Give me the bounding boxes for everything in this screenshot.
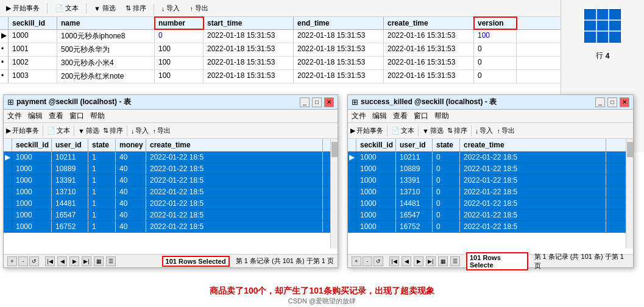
- toolbar-btn-import[interactable]: ↓ 导入: [159, 2, 183, 14]
- cell-create-time: 2022-01-22 18:5: [146, 163, 323, 174]
- menu-help[interactable]: 帮助: [434, 111, 449, 121]
- row-indicator: [348, 221, 356, 232]
- menu-file[interactable]: 文件: [7, 111, 22, 121]
- cell-user-id: 13391: [52, 175, 88, 186]
- cell-state: 1: [88, 152, 116, 163]
- sub-btn-text[interactable]: 📄 文本: [391, 126, 414, 135]
- nav-remove-button[interactable]: -: [363, 256, 372, 266]
- nav-add-button[interactable]: +: [352, 256, 361, 266]
- payment-menubar: 文件 编辑 查看 窗口 帮助: [4, 110, 338, 123]
- cell-user-id: 16547: [396, 210, 433, 221]
- cell-version: 100: [474, 30, 517, 43]
- menu-help[interactable]: 帮助: [90, 111, 105, 121]
- cell-number: 100: [155, 57, 203, 69]
- nav-grid-view-button[interactable]: ▦: [438, 256, 448, 266]
- nav-grid-view-button[interactable]: ▦: [94, 256, 104, 266]
- success-table: seckill_id user_id state create_time ▶ 1…: [348, 139, 626, 249]
- sub-btn-sort[interactable]: ⇅ 排序: [103, 126, 123, 135]
- cell-money: 40: [116, 210, 146, 221]
- ph-col-create-time: create_time: [146, 139, 323, 151]
- payment-window: ⊞ payment @seckill (localhost) - 表 _ □ ✕…: [3, 94, 338, 268]
- cell-seckill-id: 1000: [356, 186, 396, 197]
- menu-view[interactable]: 查看: [49, 111, 63, 121]
- toolbar-btn-sort[interactable]: ⇅ 排序: [123, 2, 149, 14]
- nav-last-button[interactable]: ▶|: [82, 256, 91, 266]
- nav-first-button[interactable]: |◀: [389, 256, 399, 266]
- nav-list-view-button[interactable]: ☰: [450, 256, 460, 266]
- nav-refresh-button[interactable]: ↺: [373, 256, 383, 266]
- success-table-header: seckill_id user_id state create_time: [348, 139, 626, 152]
- payment-toolbar: ▶ 开始事务 📄 文本 ▼ 筛选 ⇅ 排序 ↓ 导入 ↑: [4, 123, 338, 139]
- row-indicator: [348, 186, 356, 197]
- nav-refresh-button[interactable]: ↺: [29, 256, 39, 266]
- close-button[interactable]: ✕: [620, 97, 629, 107]
- main-table: seckill_id name number start_time end_ti…: [0, 17, 561, 83]
- toolbar-btn-export[interactable]: ↑ 导出: [187, 2, 211, 14]
- bottom-annotation: 商品卖了100个，却产生了101条购买记录，出现了超卖现象 CSDN @爱眺望的…: [0, 286, 644, 306]
- cell-user-id: 16752: [396, 221, 433, 232]
- menu-window[interactable]: 窗口: [69, 111, 84, 121]
- maximize-button[interactable]: □: [607, 97, 617, 107]
- toolbar-btn-text[interactable]: 📄 文本: [52, 2, 81, 14]
- sub-text-icon: 📄: [391, 127, 400, 135]
- sub-btn-filter[interactable]: ▼ 筛选: [78, 126, 99, 135]
- sub-filter-icon: ▼: [78, 127, 85, 135]
- menu-edit[interactable]: 编辑: [372, 111, 387, 121]
- table-row: • 1001 500元秒杀华为 100 2022-01-18 15:31:53 …: [0, 43, 561, 57]
- nav-next-button[interactable]: ▶: [414, 256, 423, 266]
- nav-last-button[interactable]: ▶|: [426, 256, 436, 266]
- table-icon: ⊞: [352, 97, 358, 107]
- payment-titlebar: ⊞ payment @seckill (localhost) - 表 _ □ ✕: [4, 95, 338, 110]
- sub-btn-start[interactable]: ▶ 开始事务: [350, 126, 383, 135]
- cell-state: 1: [88, 163, 116, 174]
- nav-prev-button[interactable]: ◀: [57, 256, 67, 266]
- nav-first-button[interactable]: |◀: [45, 256, 55, 266]
- main-table-body: ▶ 1000 1000元秒杀iphone8 0 2022-01-18 15:31…: [0, 30, 561, 83]
- toolbar-btn-filter[interactable]: ▼ 筛选: [91, 2, 118, 14]
- cell-seckill-id: 1000: [356, 198, 396, 209]
- sub-btn-export[interactable]: ↑ 导出: [497, 126, 515, 135]
- nav-list-view-button[interactable]: ☰: [106, 256, 116, 266]
- cell-name: 500元秒杀华为: [57, 43, 155, 56]
- menu-file[interactable]: 文件: [352, 111, 366, 121]
- nav-next-button[interactable]: ▶: [69, 256, 79, 266]
- minimize-button[interactable]: _: [595, 97, 605, 107]
- sub-btn-import[interactable]: ↓ 导入: [475, 126, 494, 135]
- nav-add-button[interactable]: +: [7, 256, 17, 266]
- close-button[interactable]: ✕: [324, 97, 334, 107]
- nav-remove-button[interactable]: -: [18, 256, 28, 266]
- col-number: number: [155, 17, 203, 29]
- cell-end-time: 2022-01-18 15:31:53: [294, 70, 384, 83]
- scrollbar-v[interactable]: [330, 139, 338, 249]
- sub-btn-filter[interactable]: ▼ 筛选: [422, 126, 444, 135]
- toolbar-btn-start-transaction[interactable]: ▶ 开始事务: [4, 2, 42, 14]
- nav-prev-button[interactable]: ◀: [402, 256, 411, 266]
- sort-icon: ⇅: [126, 4, 131, 12]
- menu-view[interactable]: 查看: [393, 111, 408, 121]
- cell-create-time: 2022-01-16 15:31:53: [384, 57, 474, 69]
- cell-start-time: 2022-01-18 15:31:53: [203, 43, 294, 56]
- svg-rect-0: [584, 9, 621, 43]
- minimize-button[interactable]: _: [300, 97, 310, 107]
- cell-state: 0: [433, 163, 460, 174]
- cell-version: 0: [474, 70, 517, 83]
- scrollbar-thumb[interactable]: [331, 142, 338, 157]
- bottom-text: 商品卖了100个，却产生了101条购买记录，出现了超卖现象: [210, 286, 434, 295]
- table-grid-icon: [584, 9, 621, 44]
- menu-edit[interactable]: 编辑: [28, 111, 43, 121]
- sub-btn-text[interactable]: 📄 文本: [47, 126, 70, 135]
- maximize-button[interactable]: □: [312, 97, 322, 107]
- success-toolbar: ▶ 开始事务 📄 文本 ▼ 筛选 ⇅ 排序 ↓ 导入 ↑: [348, 123, 633, 139]
- table-row: • 1002 300元秒杀小米4 100 2022-01-18 15:31:53…: [0, 57, 561, 70]
- sub-btn-import[interactable]: ↓ 导入: [131, 126, 149, 135]
- row-indicator: [4, 210, 12, 221]
- scrollbar-thumb[interactable]: [627, 142, 633, 157]
- col-end-time: end_time: [294, 17, 384, 29]
- cell-seckill-id: 1003: [9, 70, 57, 83]
- scrollbar-v[interactable]: [626, 139, 633, 249]
- sub-btn-start[interactable]: ▶ 开始事务: [6, 126, 39, 135]
- sub-btn-export[interactable]: ↑ 导出: [152, 126, 171, 135]
- cell-version: 0: [474, 57, 517, 69]
- menu-window[interactable]: 窗口: [414, 111, 428, 121]
- sub-btn-sort[interactable]: ⇅ 排序: [447, 126, 467, 135]
